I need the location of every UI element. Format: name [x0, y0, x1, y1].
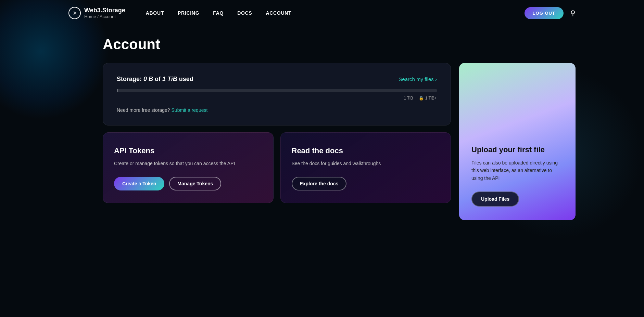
breadcrumb-home[interactable]: Home: [84, 14, 96, 19]
breadcrumb: Home / Account: [84, 14, 125, 19]
api-tokens-title: API Tokens: [114, 146, 262, 155]
storage-total: 1 TiB: [162, 76, 177, 82]
docs-card-description: See the docs for guides and walkthroughs: [292, 160, 440, 167]
progress-bar-container: [117, 89, 437, 92]
api-tokens-card: API Tokens Create or manage tokens so th…: [103, 132, 274, 203]
storage-note: Need more free storage? Submit a request: [117, 107, 437, 113]
nav-account[interactable]: ACCOUNT: [266, 10, 291, 16]
docs-card-buttons: Explore the docs: [292, 177, 440, 190]
nav-about[interactable]: ABOUT: [146, 10, 164, 16]
explore-docs-button[interactable]: Explore the docs: [292, 177, 347, 190]
search-nav-icon[interactable]: ⚲: [570, 9, 576, 17]
lock-icon: 🔒: [419, 96, 424, 101]
logo-icon: ✳: [68, 7, 81, 19]
progress-label-plus-text: 1 TiB+: [425, 96, 437, 101]
storage-used: 0 B: [143, 76, 153, 82]
storage-label: Storage:: [117, 76, 143, 82]
brand-name: Web3.Storage: [84, 7, 125, 14]
api-tokens-description: Create or manage tokens so that you can …: [114, 160, 262, 167]
storage-title: Storage: 0 B of 1 TiB used: [117, 76, 193, 83]
breadcrumb-current: Account: [100, 14, 116, 19]
search-files-link[interactable]: Search my files ›: [399, 76, 437, 82]
nav-faq[interactable]: FAQ: [213, 10, 224, 16]
storage-card: Storage: 0 B of 1 TiB used Search my fil…: [103, 63, 451, 126]
nav-links: ABOUT PRICING FAQ DOCS ACCOUNT: [146, 10, 525, 16]
docs-card-title: Read the docs: [292, 146, 440, 155]
layout-grid: Storage: 0 B of 1 TiB used Search my fil…: [103, 63, 576, 220]
create-token-button[interactable]: Create a Token: [114, 177, 164, 190]
docs-card: Read the docs See the docs for guides an…: [280, 132, 451, 203]
submit-request-link[interactable]: Submit a request: [172, 107, 208, 113]
manage-tokens-button[interactable]: Manage Tokens: [169, 177, 221, 190]
upload-card-title: Upload your first file: [471, 145, 563, 154]
nav-actions: LOG OUT ⚲: [525, 7, 576, 19]
upload-card-description: Files can also be uploaded directly usin…: [471, 159, 563, 182]
logout-button[interactable]: LOG OUT: [525, 7, 564, 19]
progress-label-1tib-plus: 🔒 1 TiB+: [419, 96, 437, 101]
storage-suffix: used: [179, 76, 193, 82]
progress-labels: 1 TiB 🔒 1 TiB+: [117, 96, 437, 101]
page-title: Account: [103, 36, 576, 53]
bottom-cards: API Tokens Create or manage tokens so th…: [103, 132, 451, 203]
brand-logo[interactable]: ✳ Web3.Storage Home / Account: [68, 7, 125, 19]
nav-pricing[interactable]: PRICING: [178, 10, 199, 16]
progress-bar-fill: [117, 89, 117, 92]
progress-label-1tib: 1 TiB: [404, 96, 413, 101]
left-column: Storage: 0 B of 1 TiB used Search my fil…: [103, 63, 451, 220]
upload-card: Upload your first file Files can also be…: [459, 63, 576, 220]
nav-docs[interactable]: DOCS: [237, 10, 252, 16]
storage-header: Storage: 0 B of 1 TiB used Search my fil…: [117, 76, 437, 83]
upload-files-button[interactable]: Upload Files: [471, 191, 519, 207]
api-tokens-buttons: Create a Token Manage Tokens: [114, 177, 262, 190]
